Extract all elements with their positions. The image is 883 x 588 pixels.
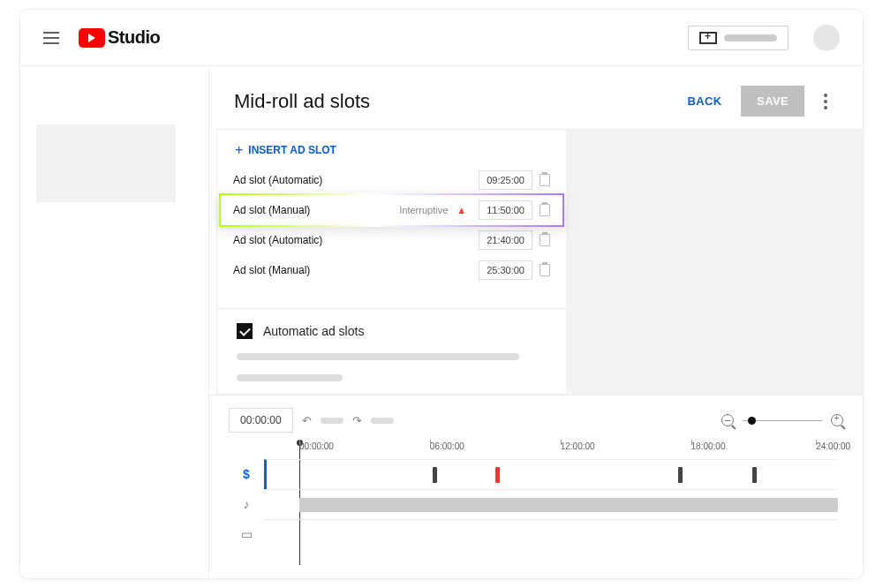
ads-track[interactable] <box>264 459 838 489</box>
redo-icon[interactable]: ↷ <box>352 414 362 427</box>
slot-time-input[interactable]: 21:40:00 <box>479 230 532 250</box>
frame-icon: ▭ <box>229 527 264 541</box>
video-thumbnail[interactable] <box>36 124 176 202</box>
interruptive-label: Interruptive <box>399 205 448 215</box>
insert-label: INSERT AD SLOT <box>248 144 336 156</box>
timeline-row-video[interactable]: ▭ <box>229 519 843 549</box>
zoom-knob[interactable] <box>748 417 756 425</box>
timeline-controls: 00:00:00 ↶ ↷ <box>229 408 843 433</box>
warning-icon: ▲ <box>457 205 466 215</box>
timeline-row-ads[interactable]: $ <box>229 459 843 489</box>
trash-icon[interactable] <box>540 264 550 276</box>
ad-slot-row[interactable]: Ad slot (Automatic) 09:25:00 <box>217 165 566 195</box>
placeholder-pill <box>371 418 394 424</box>
tick: 00:00:00 <box>299 441 334 451</box>
ad-slot-row[interactable]: Ad slot (Manual) 25:30:00 <box>217 255 566 285</box>
clip-bar[interactable] <box>299 498 838 512</box>
zoom-slider[interactable] <box>743 420 822 421</box>
timeline-grid[interactable]: 00:00:00 06:00:00 12:00:00 18:00:00 24:0… <box>229 441 843 565</box>
slot-label: Ad slot (Automatic) <box>233 174 472 186</box>
save-button[interactable]: SAVE <box>741 86 804 117</box>
ad-slot-panel: + INSERT AD SLOT Ad slot (Automatic) 09:… <box>216 129 566 395</box>
body: Mid-roll ad slots BACK SAVE + INSERT AD … <box>20 66 863 578</box>
automatic-label: Automatic ad slots <box>263 324 364 338</box>
ad-slot-row[interactable]: Ad slot (Automatic) 21:40:00 <box>217 225 566 255</box>
tick: 18:00:00 <box>691 441 726 451</box>
automatic-checkbox[interactable] <box>237 323 253 339</box>
overflow-menu-button[interactable] <box>813 88 838 115</box>
zoom-out-icon[interactable] <box>721 414 734 426</box>
menu-button[interactable] <box>43 32 59 44</box>
slot-time-input[interactable]: 25:30:00 <box>479 260 532 280</box>
main: Mid-roll ad slots BACK SAVE + INSERT AD … <box>209 66 863 578</box>
ad-marker-interruptive[interactable] <box>495 467 500 483</box>
slot-time-input[interactable]: 09:25:00 <box>479 170 532 190</box>
app-window: Studio Mid-roll ad slots BACK SAVE <box>19 9 864 579</box>
ad-marker[interactable] <box>678 467 683 483</box>
trash-icon[interactable] <box>540 174 550 186</box>
page-title: Mid-roll ad slots <box>234 90 668 113</box>
create-video-icon <box>699 32 717 44</box>
audio-track[interactable] <box>264 489 838 519</box>
sidebar <box>20 66 209 578</box>
music-note-icon: ♪ <box>229 497 264 511</box>
video-track[interactable] <box>264 519 838 549</box>
slot-label: Ad slot (Automatic) <box>233 234 472 246</box>
preview-panel <box>566 129 863 395</box>
timeline-row-audio[interactable]: ♪ <box>229 489 843 519</box>
slot-time-input[interactable]: 11:50:00 <box>479 200 532 220</box>
tick: 06:00:00 <box>430 441 464 451</box>
zoom-in-icon[interactable] <box>831 414 843 426</box>
tick: 24:00:00 <box>816 441 850 451</box>
timeline-ruler: 00:00:00 06:00:00 12:00:00 18:00:00 24:0… <box>299 441 843 457</box>
timeline: 00:00:00 ↶ ↷ <box>209 395 863 565</box>
slot-label: Ad slot (Manual) <box>233 204 392 216</box>
zoom-control <box>721 414 843 426</box>
playhead-time-input[interactable]: 00:00:00 <box>229 408 293 433</box>
dollar-icon: $ <box>229 467 264 481</box>
tick: 12:00:00 <box>561 441 595 451</box>
placeholder-line <box>237 353 519 360</box>
timeline-rows: $ ♪ <box>229 459 843 549</box>
placeholder-line <box>724 34 777 41</box>
slot-label: Ad slot (Manual) <box>233 264 472 276</box>
insert-ad-slot-button[interactable]: + INSERT AD SLOT <box>217 130 566 165</box>
undo-icon[interactable]: ↶ <box>302 414 312 427</box>
logo[interactable]: Studio <box>79 27 160 48</box>
youtube-play-icon <box>79 28 105 48</box>
avatar[interactable] <box>813 25 840 51</box>
ad-slot-row[interactable]: Ad slot (Manual) Interruptive ▲ 11:50:00 <box>217 195 566 225</box>
trash-icon[interactable] <box>540 234 550 246</box>
ad-marker[interactable] <box>433 467 437 483</box>
logo-text: Studio <box>108 27 160 48</box>
placeholder-pill <box>321 418 343 424</box>
plus-icon: + <box>235 142 243 158</box>
back-button[interactable]: BACK <box>677 86 733 117</box>
create-button[interactable] <box>688 26 789 50</box>
automatic-section: Automatic ad slots <box>217 308 566 394</box>
content-row: + INSERT AD SLOT Ad slot (Automatic) 09:… <box>209 129 863 395</box>
automatic-header: Automatic ad slots <box>237 323 547 339</box>
header: Studio <box>20 10 863 66</box>
titlebar: Mid-roll ad slots BACK SAVE <box>209 66 863 129</box>
trash-icon[interactable] <box>540 204 550 216</box>
placeholder-line <box>237 374 343 381</box>
ad-marker[interactable] <box>752 467 757 483</box>
